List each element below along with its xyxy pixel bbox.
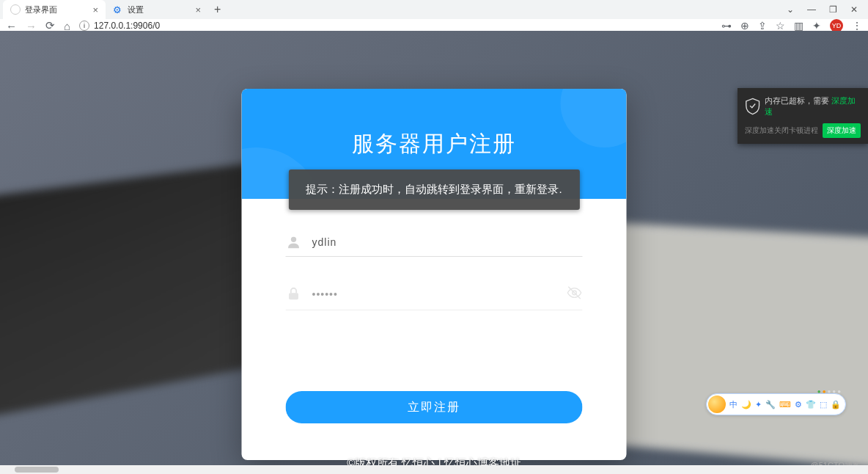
ime-star-icon[interactable]: ✦ [755,400,762,409]
share-icon[interactable]: ⇪ [758,20,767,32]
close-icon[interactable]: × [195,4,201,15]
eye-icon[interactable] [567,285,583,304]
ime-toolbar[interactable]: 中 🌙 ✦ 🔧 ⌨ ⚙ 👕 ⬚ 🔒 [706,393,846,415]
security-popup: 内存已超标，需要 深度加速 深度加速关闭卡顿进程 深度加速 [738,88,868,144]
lock-icon [286,286,302,302]
maximize-icon[interactable]: ❐ [829,4,837,15]
register-card: 服务器用户注册 立即注册 提示：注册成功时，自动跳转到登录界面，重新登录. [242,89,627,460]
card-title: 服务器用户注册 [352,129,516,159]
tab-title: 设置 [128,4,144,15]
svg-point-0 [291,237,296,242]
toast-message: 提示：注册成功时，自动跳转到登录界面，重新登录. [288,169,579,210]
password-input[interactable] [312,288,567,300]
tab-login[interactable]: 登录界面 × [3,0,106,19]
info-icon[interactable]: i [79,21,89,31]
ime-tool-icon[interactable]: 🔧 [765,400,776,409]
ime-grid-icon[interactable]: ⬚ [820,400,827,409]
password-field [286,279,583,310]
register-button[interactable]: 立即注册 [286,391,583,423]
reading-list-icon[interactable]: ▥ [794,20,803,32]
ime-moon-icon[interactable]: 🌙 [741,400,751,409]
extensions-icon[interactable]: ✦ [812,20,821,32]
ime-lang-icon[interactable]: 中 [729,399,738,410]
globe-icon [10,4,21,15]
ime-logo-icon[interactable] [708,395,726,413]
ime-keyboard-icon[interactable]: ⌨ [779,400,791,409]
browser-chrome: 登录界面 × ⚙ 设置 × + ⌄ ― ❐ ✕ ← → ⟳ ⌂ i 127.0.… [0,0,868,31]
gear-icon: ⚙ [113,4,123,15]
scrollbar-thumb[interactable] [15,467,59,473]
home-button[interactable]: ⌂ [64,20,70,32]
ime-lock-icon[interactable]: 🔒 [831,400,841,409]
chevron-down-icon[interactable]: ⌄ [787,4,794,15]
new-tab-button[interactable]: + [208,3,227,16]
window-controls: ⌄ ― ❐ ✕ [787,4,868,15]
page-viewport: 服务器用户注册 立即注册 提示：注册成功时，自动跳转到登录界面，重新登录. ©版… [0,31,868,474]
horizontal-scrollbar[interactable] [0,465,868,474]
ime-gear-icon[interactable]: ⚙ [795,400,802,409]
forward-button[interactable]: → [26,20,37,32]
tab-settings[interactable]: ⚙ 设置 × [106,0,208,19]
close-icon[interactable]: × [92,4,98,15]
url-text: 127.0.0.1:9906/0 [94,21,160,31]
zoom-icon[interactable]: ⊕ [740,20,749,32]
star-icon[interactable]: ☆ [776,20,785,32]
back-button[interactable]: ← [6,20,17,32]
tab-bar: 登录界面 × ⚙ 设置 × + ⌄ ― ❐ ✕ [0,0,868,19]
url-box[interactable]: i 127.0.0.1:9906/0 [79,21,713,31]
close-window-icon[interactable]: ✕ [850,4,858,15]
security-text: 内存已超标，需要 深度加速 [765,95,861,117]
accelerate-button[interactable]: 深度加速 [823,123,861,138]
card-body: 立即注册 [242,199,627,460]
ime-skin-icon[interactable]: 👕 [806,400,816,409]
user-icon [286,234,302,250]
shield-icon [745,97,760,116]
svg-rect-1 [289,293,298,299]
key-icon[interactable]: ⊶ [721,20,732,32]
tab-title: 登录界面 [25,4,57,15]
menu-icon[interactable]: ⋮ [852,20,862,32]
minimize-icon[interactable]: ― [807,4,816,15]
security-subtext: 深度加速关闭卡顿进程 [745,125,818,136]
username-input[interactable] [312,236,583,248]
username-field [286,228,583,257]
